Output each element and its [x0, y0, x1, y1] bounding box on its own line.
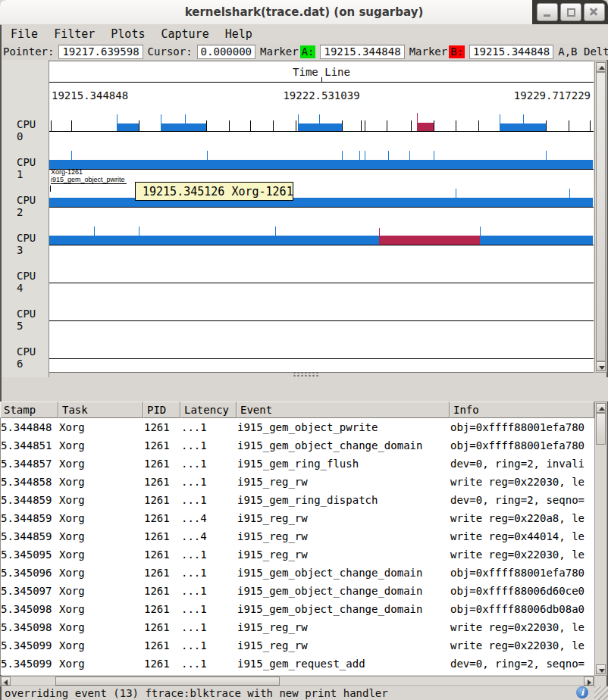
- scroll-right-icon[interactable]: [584, 677, 594, 686]
- table-cell: obj=0xffff88001efa780: [447, 564, 592, 582]
- window-title: kernelshark(trace.dat) (on sugarbay): [0, 5, 608, 19]
- table-row[interactable]: 5.344857Xorg1261...1i915_gem_ring_flushd…: [1, 455, 594, 473]
- cpu-label-gutter: CPU 0CPU 1CPU 2CPU 3CPU 4CPU 5CPU 6: [2, 60, 49, 377]
- marker-a-badge[interactable]: A:: [300, 45, 316, 58]
- table-cell: 1261: [141, 582, 178, 600]
- time-tick-label: 19222.531039: [283, 89, 359, 102]
- plot-area[interactable]: Time Line 19215.34484819222.53103919229.…: [49, 61, 594, 373]
- ruler-tick: [321, 77, 322, 82]
- table-row[interactable]: 5.344859Xorg1261...1i915_gem_ring_dispat…: [1, 491, 594, 509]
- cursor-value: 0.000000: [197, 45, 255, 59]
- table-row[interactable]: 5.345098Xorg1261...1i915_reg_rwwrite reg…: [1, 618, 594, 636]
- table-hscrollbar[interactable]: [0, 676, 594, 686]
- table-cell: write reg=0x22030, le: [447, 545, 592, 564]
- table-cell: i915_gem_object_pwrite: [234, 418, 447, 436]
- menu-file[interactable]: File: [11, 27, 38, 41]
- menu-help[interactable]: Help: [225, 27, 252, 41]
- event-table[interactable]: 5.344848Xorg1261...1i915_gem_object_pwri…: [0, 418, 594, 675]
- table-scroll-thumb[interactable]: [596, 413, 606, 445]
- table-vscrollbar[interactable]: [594, 402, 607, 676]
- table-cell: 5.344857: [0, 455, 56, 473]
- info-icon[interactable]: i: [576, 686, 588, 698]
- close-button[interactable]: [584, 3, 605, 21]
- task-annotation: Xorg-1261: [51, 168, 83, 176]
- event-tick-blue: [117, 114, 118, 131]
- graph-scroll-thumb[interactable]: [596, 72, 606, 361]
- event-tick: [361, 120, 362, 131]
- table-row[interactable]: 5.344848Xorg1261...1i915_gem_object_pwri…: [1, 418, 594, 436]
- column-header[interactable]: PID: [143, 402, 180, 418]
- table-row[interactable]: 5.344858Xorg1261...1i915_reg_rwwrite reg…: [1, 473, 594, 491]
- graph-scroll-down-icon[interactable]: [596, 361, 606, 371]
- pane-splitter-handle[interactable]: [293, 371, 318, 377]
- column-header[interactable]: Latency: [180, 402, 237, 418]
- table-row[interactable]: 5.345099Xorg1261...1i915_reg_rwwrite reg…: [1, 636, 594, 655]
- maximize-button[interactable]: [560, 3, 581, 21]
- marker-b-badge[interactable]: B:: [449, 45, 465, 58]
- column-header[interactable]: Event: [237, 402, 450, 418]
- table-cell: obj=0xffff88006db08a0: [447, 600, 592, 618]
- table-cell: i915_reg_rw: [234, 618, 447, 636]
- table-cell: Xorg: [56, 473, 141, 491]
- table-row[interactable]: 5.345098Xorg1261...1i915_gem_object_chan…: [1, 600, 594, 618]
- table-row[interactable]: 5.345095Xorg1261...1i915_reg_rwwrite reg…: [1, 545, 594, 564]
- event-tick: [250, 120, 251, 131]
- table-scroll-up-icon[interactable]: [596, 403, 606, 413]
- event-tick-blue: [342, 151, 343, 160]
- event-tick-blue: [569, 189, 570, 198]
- table-cell: 5.344859: [0, 527, 56, 545]
- event-tick-blue: [298, 114, 299, 131]
- event-tick: [569, 120, 569, 131]
- table-cell: i915_reg_rw: [234, 509, 447, 527]
- event-tick: [273, 120, 274, 131]
- cpu-task-bar: [117, 123, 139, 131]
- table-cell: Xorg: [56, 618, 141, 636]
- time-tick-label: 19229.717229: [514, 89, 591, 102]
- column-header[interactable]: Stamp: [0, 402, 58, 418]
- minimize-button[interactable]: [537, 3, 558, 21]
- menu-filter[interactable]: Filter: [54, 27, 95, 41]
- table-cell: i915_reg_rw: [234, 636, 447, 655]
- event-tick-blue: [409, 151, 410, 160]
- marker-b-label: Marker: [409, 45, 448, 58]
- status-text: overriding event (13) ftrace:blktrace wi…: [5, 687, 388, 699]
- hscroll-thumb[interactable]: [55, 677, 280, 686]
- menu-capture[interactable]: Capture: [161, 27, 208, 41]
- table-row[interactable]: 5.344859Xorg1261...4i915_reg_rwwrite reg…: [1, 527, 594, 545]
- table-scroll-down-icon[interactable]: [596, 664, 606, 674]
- table-cell: 5.344858: [0, 473, 56, 491]
- table-cell: ...1: [178, 473, 234, 491]
- event-tick: [365, 120, 365, 131]
- table-row[interactable]: 5.345096Xorg1261...1i915_gem_object_chan…: [1, 564, 594, 582]
- graph-scroll-up-icon[interactable]: [596, 62, 606, 72]
- table-row[interactable]: 5.344859Xorg1261...4i915_reg_rwwrite reg…: [1, 509, 594, 527]
- table-cell: 5.345098: [0, 618, 56, 636]
- column-header[interactable]: Task: [58, 402, 143, 418]
- table-cell: 1261: [141, 455, 178, 473]
- event-tick-red: [417, 113, 418, 131]
- table-cell: ...1: [178, 455, 234, 473]
- event-tick: [590, 120, 591, 131]
- column-header[interactable]: Info: [450, 402, 594, 418]
- table-cell: 1261: [141, 491, 178, 509]
- table-cell: 1261: [141, 564, 178, 582]
- cpu-task-bar: [161, 123, 206, 131]
- table-header: StampTaskPIDLatencyEventInfo: [0, 402, 594, 418]
- table-cell: ...4: [178, 509, 234, 527]
- event-tick: [71, 120, 72, 131]
- table-row[interactable]: 5.345097Xorg1261...1i915_gem_object_chan…: [1, 582, 594, 600]
- table-cell: 5.345097: [0, 582, 56, 600]
- cpu-row-label: CPU 5: [17, 308, 49, 320]
- title-bar[interactable]: kernelshark(trace.dat) (on sugarbay): [0, 0, 608, 25]
- graph-vscrollbar[interactable]: [594, 61, 607, 373]
- event-tick: [206, 120, 207, 131]
- event-tick-blue: [71, 151, 72, 160]
- event-annotation: i915_gem_object_pwrite: [51, 176, 127, 184]
- scroll-left-icon[interactable]: [1, 677, 11, 686]
- table-row[interactable]: 5.345099Xorg1261...1i915_gem_request_add…: [1, 655, 594, 673]
- table-row[interactable]: 5.344851Xorg1261...1i915_gem_object_chan…: [1, 436, 594, 455]
- cpu-baseline: [49, 245, 594, 245]
- resize-grip[interactable]: [594, 686, 608, 700]
- time-tick-label: 19215.344848: [52, 89, 128, 102]
- menu-plots[interactable]: Plots: [111, 27, 145, 41]
